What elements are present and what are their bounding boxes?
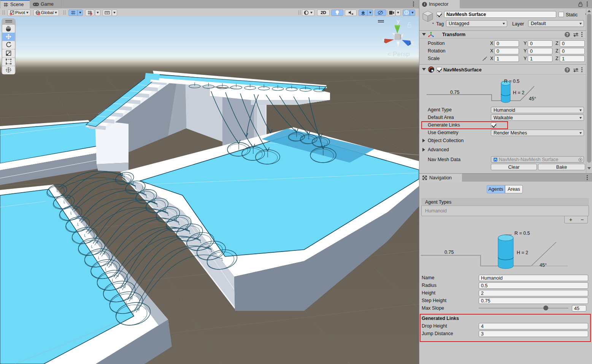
svg-text:x: x: [382, 36, 385, 43]
svg-text:< Persp: < Persp: [387, 51, 409, 58]
svg-text:R = 0.5: R = 0.5: [514, 231, 530, 236]
svg-text:45°: 45°: [529, 96, 536, 101]
svg-text:45°: 45°: [540, 263, 547, 268]
svg-text:z: z: [411, 40, 414, 46]
svg-text:H = 2: H = 2: [513, 90, 524, 95]
svg-text:H = 2: H = 2: [517, 250, 528, 255]
svg-text:0.75: 0.75: [444, 250, 454, 255]
svg-text:0.75: 0.75: [450, 90, 459, 95]
svg-text:R = 0.5: R = 0.5: [504, 79, 520, 84]
svg-text:y: y: [397, 18, 400, 24]
